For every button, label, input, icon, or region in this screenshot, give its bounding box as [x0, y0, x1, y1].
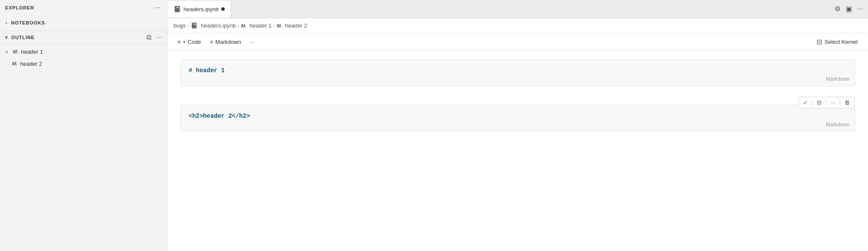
outline-item-header2[interactable]: M↓ header 2 — [0, 58, 167, 70]
cell-1-type-label: Markdown — [826, 76, 850, 82]
outline-chevron-icon: ∨ — [3, 34, 9, 40]
tab-headers-ipynb[interactable]: 📓 headers.ipynb — [168, 0, 231, 18]
cell-toolbar-divider-2 — [826, 99, 826, 106]
breadcrumb-header2-label: header 2 — [285, 22, 307, 29]
outline-item-chevron-icon: ∨ — [5, 49, 11, 54]
breadcrumb-bugs-label: bugs — [174, 22, 186, 29]
tab-bar-actions: ⚙ ▣ ··· — [833, 4, 868, 14]
layout-icon: ▣ — [846, 5, 852, 13]
select-kernel-button[interactable]: ⊟ Select Kernel — [812, 36, 862, 48]
add-code-label: + Code — [183, 39, 201, 45]
breadcrumb-item-header1[interactable]: M↓ header 1 — [241, 22, 272, 29]
explorer-more-button[interactable]: ··· — [153, 3, 162, 12]
cell-2-toolbar: ✓ ⊟ ··· 🗑 — [798, 97, 855, 108]
breadcrumb-header1-label: header 1 — [250, 22, 272, 29]
cell-more-button[interactable]: ··· — [828, 98, 838, 107]
notebooks-section: › NOTEBOOKS — [0, 15, 167, 31]
outline-header: ∨ OUTLINE ⧉ ··· — [0, 31, 167, 44]
breadcrumb-item-notebook[interactable]: 📓 headers.ipynb — [191, 22, 236, 29]
cell-2-content[interactable]: <h2>header 2</h2> — [181, 105, 855, 131]
add-markdown-plus-icon: + — [210, 38, 214, 46]
copy-icon: ⧉ — [147, 34, 151, 41]
layout-button[interactable]: ▣ — [844, 4, 854, 14]
notebooks-label: NOTEBOOKS — [11, 20, 45, 25]
delete-icon: 🗑 — [844, 99, 850, 106]
breadcrumb-item-bugs[interactable]: bugs — [174, 22, 186, 29]
breadcrumb-bar: bugs › 📓 headers.ipynb › M↓ header 1 › M… — [168, 18, 868, 34]
select-kernel-label: Select Kernel — [825, 39, 858, 45]
outline-item-label-1: header 1 — [21, 49, 43, 55]
sidebar: EXPLORER ··· › NOTEBOOKS ∨ OUTLINE ⧉ ··· — [0, 0, 168, 251]
breadcrumb-sep-3: › — [273, 23, 275, 29]
notebook-tab-icon: 📓 — [174, 6, 181, 12]
cell-1[interactable]: # header 1 Markdown — [180, 59, 855, 86]
tab-bar-more-button[interactable]: ··· — [856, 4, 865, 14]
cell-toolbar-divider-3 — [840, 99, 840, 106]
toolbar-more-icon: ··· — [250, 39, 254, 45]
markdown-icon-2: M↓ — [12, 61, 18, 66]
breadcrumb-notebook-icon: 📓 — [191, 22, 198, 29]
markdown-icon-1: M↓ — [13, 49, 18, 54]
cell-more-icon: ··· — [831, 99, 835, 106]
explorer-title-bar: EXPLORER ··· — [0, 0, 167, 15]
tab-bar: 📓 headers.ipynb ⚙ ▣ ··· — [168, 0, 868, 18]
cell-split-button[interactable]: ⊟ — [814, 98, 824, 107]
tabs-container: 📓 headers.ipynb — [168, 0, 231, 18]
outline-header-actions: ⧉ ··· — [145, 33, 164, 42]
outline-section: ∨ OUTLINE ⧉ ··· ∨ M↓ header 1 M↓ — [0, 31, 167, 71]
cell-delete-button[interactable]: 🗑 — [842, 98, 853, 107]
toolbar-more-button[interactable]: ··· — [246, 37, 258, 47]
add-code-plus-icon: + — [177, 38, 181, 46]
check-icon: ✓ — [803, 99, 808, 106]
outline-more-icon: ··· — [156, 34, 162, 41]
settings-button[interactable]: ⚙ — [833, 4, 842, 14]
breadcrumb: bugs › 📓 headers.ipynb › M↓ header 1 › M… — [174, 22, 307, 29]
breadcrumb-sep-2: › — [238, 23, 239, 29]
toolbar-left: + + Code + Markdown ··· — [174, 37, 258, 48]
cell-2-type-label: Markdown — [826, 122, 850, 128]
tab-modified-dot — [221, 7, 225, 11]
cell-2[interactable]: ✓ ⊟ ··· 🗑 <h2>header 2</h2> Markdown — [180, 105, 855, 132]
tab-bar-more-icon: ··· — [857, 5, 863, 13]
outline-header-left[interactable]: ∨ OUTLINE — [3, 34, 34, 40]
cell-2-text: <h2>header 2</h2> — [189, 113, 250, 119]
explorer-title: EXPLORER — [5, 5, 34, 10]
outline-label: OUTLINE — [11, 35, 34, 40]
cell-toolbar-divider — [812, 99, 813, 106]
split-icon: ⊟ — [817, 99, 822, 106]
settings-icon: ⚙ — [834, 5, 840, 13]
notebooks-section-header[interactable]: › NOTEBOOKS — [0, 17, 167, 29]
tab-label: headers.ipynb — [183, 6, 219, 12]
add-markdown-button[interactable]: + Markdown — [206, 37, 245, 48]
outline-item-label-2: header 2 — [20, 61, 42, 67]
breadcrumb-md-icon-1: M↓ — [241, 23, 247, 28]
cell-1-text: # header 1 — [189, 67, 225, 74]
outline-copy-button[interactable]: ⧉ — [145, 33, 153, 42]
toolbar: + + Code + Markdown ··· ⊟ Select Kernel — [168, 34, 868, 51]
main-area: 📓 headers.ipynb ⚙ ▣ ··· bugs › 📓 — [168, 0, 868, 251]
notebooks-chevron-icon: › — [3, 20, 9, 26]
add-markdown-label: Markdown — [215, 39, 241, 45]
add-code-button[interactable]: + + Code — [174, 37, 205, 48]
cell-1-content[interactable]: # header 1 — [181, 60, 855, 86]
outline-items: ∨ M↓ header 1 M↓ header 2 — [0, 44, 167, 71]
cell-accept-button[interactable]: ✓ — [801, 98, 810, 107]
breadcrumb-item-header2[interactable]: M↓ header 2 — [277, 22, 307, 29]
breadcrumb-md-icon-2: M↓ — [277, 23, 282, 28]
cells-area: # header 1 Markdown ✓ ⊟ ··· 🗑 — [168, 51, 868, 251]
breadcrumb-sep-1: › — [187, 23, 189, 29]
outline-item-header1[interactable]: ∨ M↓ header 1 — [0, 46, 167, 58]
outline-more-button[interactable]: ··· — [155, 33, 164, 42]
breadcrumb-notebook-label: headers.ipynb — [201, 22, 236, 29]
kernel-icon: ⊟ — [816, 38, 822, 46]
